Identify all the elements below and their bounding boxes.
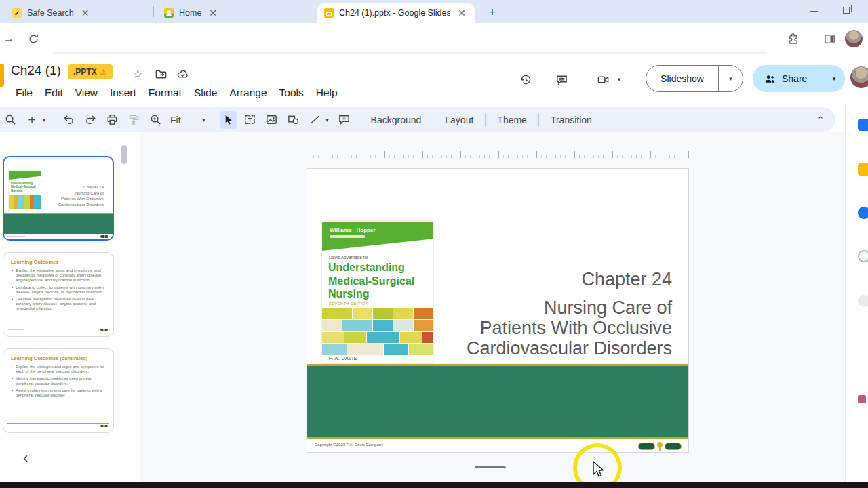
cover-authors: Williams · Hopper — [330, 227, 376, 233]
menu-tools[interactable]: Tools — [273, 84, 310, 102]
thumb2-bullets: Explain the etiologies, signs and sympto… — [12, 268, 106, 312]
tab-safe-search[interactable]: ✓ Safe Search ✕ — [5, 3, 149, 23]
bullet: Identify therapeutic measures used to tr… — [12, 376, 106, 386]
insert-comment-button[interactable] — [336, 111, 353, 129]
account-avatar[interactable] — [850, 66, 868, 88]
menu-edit[interactable]: Edit — [39, 84, 69, 102]
speaker-notes-grip[interactable] — [475, 466, 506, 468]
menu-insert[interactable]: Insert — [104, 84, 142, 102]
addon-icon[interactable] — [858, 395, 866, 403]
menu-bar: File Edit View Insert Format Slide Arran… — [9, 84, 344, 102]
select-tool-button[interactable] — [220, 111, 237, 129]
maps-icon[interactable] — [858, 295, 868, 307]
move-folder-button[interactable] — [153, 66, 168, 81]
tab-home[interactable]: Home ✕ — [157, 3, 304, 23]
extensions-button[interactable] — [785, 31, 800, 46]
menu-file[interactable]: File — [9, 84, 39, 102]
background-button[interactable]: Background — [363, 115, 430, 125]
slide-thumbnail-2[interactable]: Learning Outcomes Explain the etiologies… — [3, 252, 114, 337]
video-camera-icon — [597, 73, 610, 86]
new-slide-button[interactable]: + — [23, 111, 41, 129]
menu-view[interactable]: View — [69, 84, 104, 102]
insert-line-button[interactable] — [307, 111, 324, 129]
transition-button[interactable]: Transition — [542, 115, 600, 125]
slides-header: Ch24 (1) .PPTX ⚠ ☆ File Edit View Insert… — [0, 54, 868, 105]
zoom-button[interactable] — [146, 111, 164, 129]
calendar-icon[interactable] — [858, 119, 868, 131]
comments-button[interactable] — [553, 70, 570, 88]
share-button[interactable]: Share ▾ — [753, 65, 845, 92]
contacts-icon[interactable] — [858, 250, 868, 262]
filmstrip-scrollbar[interactable] — [121, 145, 127, 164]
window-restore-button[interactable] — [843, 7, 850, 14]
cover-collage — [322, 308, 433, 355]
menu-help[interactable]: Help — [310, 84, 344, 102]
browser-profile-avatar[interactable] — [845, 30, 863, 47]
cloud-status-button[interactable] — [175, 66, 190, 81]
zoom-fit-label[interactable]: Fit — [170, 115, 181, 125]
toolbar: + ▾ Fit ▾ — [0, 107, 835, 132]
slide-title-text[interactable]: Nursing Care of Patients With Occlusive … — [467, 298, 672, 359]
thumb2-title: Learning Outcomes — [11, 259, 113, 265]
slideshow-dropdown[interactable]: ▾ — [718, 66, 743, 92]
undo-icon — [62, 113, 75, 126]
menu-format[interactable]: Format — [142, 84, 188, 102]
text-box-icon — [243, 113, 256, 126]
slides-logo-icon[interactable] — [0, 64, 4, 87]
bullet: Explain the etiologies, signs and sympto… — [12, 268, 106, 283]
share-dropdown[interactable]: ▾ — [823, 75, 845, 82]
theme-button[interactable]: Theme — [489, 115, 535, 125]
insert-shape-button[interactable] — [285, 111, 302, 129]
new-tab-button[interactable]: + — [484, 4, 500, 20]
star-document-button[interactable]: ☆ — [130, 66, 145, 81]
keep-icon[interactable] — [858, 163, 868, 176]
workspace-side-panel — [845, 105, 868, 482]
text-box-button[interactable] — [241, 111, 259, 129]
hide-menus-button[interactable]: ⌃ — [811, 110, 830, 129]
forward-button[interactable]: → — [1, 31, 16, 46]
slideshow-button[interactable]: Slideshow ▾ — [646, 65, 743, 92]
folder-move-icon — [155, 68, 167, 81]
meet-camera-button[interactable] — [594, 70, 612, 88]
search-menus-button[interactable] — [1, 111, 19, 129]
cover-collage — [9, 195, 41, 209]
side-panel-button[interactable] — [822, 31, 837, 46]
slide-canvas[interactable]: Williams · Hopper Davis Advantage for Un… — [307, 168, 689, 453]
reload-button[interactable] — [26, 31, 41, 46]
collapse-filmstrip-button[interactable]: ‹ — [23, 449, 28, 467]
new-slide-caret-icon[interactable]: ▾ — [40, 111, 48, 129]
document-title[interactable]: Ch24 (1) — [11, 63, 61, 78]
window-minimize-button[interactable]: — — [810, 5, 818, 16]
menu-arrange[interactable]: Arrange — [223, 84, 273, 102]
print-button[interactable] — [103, 111, 121, 129]
thumb1-footer — [4, 234, 113, 239]
divider — [538, 113, 539, 127]
tab-close-icon[interactable]: ✕ — [207, 7, 219, 18]
thumb1-title-text: Chapter 24 Nursing Care of Patients With… — [58, 184, 104, 207]
version-history-button[interactable] — [517, 70, 534, 88]
slide-thumbnail-1[interactable]: Understanding Medical-Surgical Nursing C… — [3, 156, 114, 241]
tab-close-icon[interactable]: ✕ — [79, 7, 92, 18]
pptx-badge-label: .PPTX — [73, 67, 97, 77]
slide-thumbnail-3[interactable]: Learning Outcomes (continued) Explain th… — [3, 348, 114, 433]
slide-chapter-text[interactable]: Chapter 24 — [581, 269, 672, 290]
thumb2-footer — [7, 327, 109, 332]
meet-dropdown-caret-icon[interactable]: ▾ — [614, 70, 625, 88]
paint-format-button[interactable] — [125, 111, 142, 129]
insert-image-button[interactable] — [263, 111, 281, 129]
redo-button[interactable] — [81, 111, 99, 129]
history-icon — [519, 73, 532, 86]
thumb3-title: Learning Outcomes (continued) — [11, 355, 113, 361]
mouse-cursor — [592, 461, 607, 479]
bullet: List data to collect for patients with c… — [12, 285, 106, 295]
tasks-icon[interactable] — [858, 207, 868, 219]
zoom-caret-icon[interactable]: ▾ — [200, 111, 208, 129]
tab-google-slides[interactable]: Ch24 (1).pptx - Google Slides ✕ — [317, 3, 475, 23]
layout-button[interactable]: Layout — [437, 115, 481, 125]
tab-close-icon[interactable]: ✕ — [456, 7, 468, 18]
line-caret-icon[interactable]: ▾ — [323, 111, 332, 129]
menu-slide[interactable]: Slide — [188, 84, 223, 102]
book-cover-image[interactable]: Williams · Hopper Davis Advantage for Un… — [322, 221, 433, 363]
line-icon — [309, 113, 321, 126]
undo-button[interactable] — [60, 111, 77, 129]
